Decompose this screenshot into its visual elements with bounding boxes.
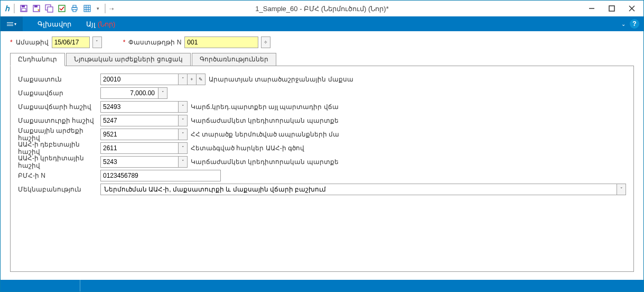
caret-down-icon: ▾: [14, 22, 16, 26]
grid-icon[interactable]: [82, 4, 92, 13]
dropdown-button[interactable]: ˅: [178, 129, 188, 140]
input-comment[interactable]: [100, 184, 617, 195]
label-customs-value-account: Մաքսային արժեքի հաշիվ: [18, 127, 100, 142]
input-vat-credit-account[interactable]: [100, 156, 179, 168]
menu-item-main[interactable]: Գլխավոր: [38, 20, 71, 28]
chevron-down-icon[interactable]: ⌄: [621, 21, 626, 27]
input-customs-value-account[interactable]: [100, 129, 179, 140]
desc-vat-credit-account: Կարճաժամկետ կրեդիտորական պարտքե: [188, 158, 339, 166]
save-close-icon[interactable]: [32, 4, 41, 13]
help-icon[interactable]: ?: [630, 19, 639, 29]
toolbar-overflow-icon[interactable]: ⇢: [109, 4, 114, 13]
input-vat-debit-account[interactable]: [100, 142, 179, 154]
svg-rect-10: [73, 10, 76, 12]
header-row: * Ամսաթիվ ˅ * Փաստաթղթի N ✧: [1, 31, 643, 52]
input-fee-account[interactable]: [100, 101, 179, 113]
add-button[interactable]: +: [187, 74, 197, 85]
save-icon[interactable]: [19, 4, 29, 13]
menubar: ▾ Գլխավոր Այլ (Նոր) ⌄ ?: [1, 16, 643, 31]
dropdown-button[interactable]: ˅: [178, 156, 188, 168]
required-marker: *: [123, 39, 126, 46]
dropdown-button[interactable]: ˅: [178, 115, 188, 126]
input-customs-fee[interactable]: [100, 87, 158, 99]
dropdown-button[interactable]: ˅: [158, 87, 167, 99]
edit-button[interactable]: ✎: [196, 74, 206, 85]
window-title: 1_Sample_60 - ԲՄՀ (Ներմուծում) (Նոր)*: [255, 5, 388, 13]
svg-rect-7: [59, 5, 65, 12]
close-button[interactable]: [622, 1, 641, 16]
docnum-wand-button[interactable]: ✧: [261, 36, 270, 48]
label-comment: Մեկնաբանություն: [18, 186, 100, 193]
print-icon[interactable]: [70, 4, 79, 13]
tab-operations[interactable]: Գործառնություններ: [192, 53, 276, 66]
comment-dropdown-button[interactable]: ˅: [617, 184, 626, 195]
label-customs-fee: Մաքսավճար: [18, 89, 100, 97]
minimize-button[interactable]: [582, 1, 601, 16]
label-bmr-number: ԲՄՀ-ի N: [18, 172, 100, 179]
app-logo-icon: հ: [5, 4, 10, 13]
date-dropdown-button[interactable]: ˅: [92, 36, 102, 48]
titlebar: հ ▾ ⇢ 1_Sample_60 - ԲՄՀ (Նե: [1, 1, 643, 16]
svg-rect-2: [22, 8, 26, 11]
desc-duty-account: Կարճաժամկետ կրեդիտորական պարտքե: [188, 117, 339, 124]
input-duty-account[interactable]: [100, 115, 179, 126]
dropdown-button[interactable]: ˅: [178, 101, 188, 113]
statusbar: [1, 280, 643, 291]
desc-vat-debit-account: Հետաձգված հարկեր ԱԱՀ-ի գծով: [188, 144, 304, 152]
date-input[interactable]: [52, 36, 90, 48]
label-customs-office: Մաքսատուն: [18, 76, 100, 83]
required-marker: *: [10, 39, 13, 46]
maximize-button[interactable]: [602, 1, 621, 16]
svg-rect-4: [34, 5, 38, 7]
save-new-icon[interactable]: [44, 4, 54, 13]
svg-rect-17: [609, 6, 614, 11]
main-menu-button[interactable]: ▾: [1, 16, 23, 31]
date-label: Ամսաթիվ: [16, 39, 49, 46]
tab-body-general: Մաքսատուն ˅ + ✎ Արարատյան տարածաշրջանայի…: [10, 66, 634, 272]
docnum-input[interactable]: [184, 36, 258, 48]
label-fee-account: Մաքսավճարի հաշիվ: [18, 103, 100, 111]
svg-rect-9: [73, 5, 76, 7]
desc-fee-account: Կարճ.կրեդ.պարտքեր այլ պարտադիր վճա: [188, 103, 339, 111]
desc-customs-office: Արարատյան տարածաշրջանային մաքսա: [206, 76, 353, 83]
label-duty-account: Մաքսատուրքի հաշիվ: [18, 117, 100, 124]
tab-items-list[interactable]: Նյութական արժեքների ցուցակ: [66, 53, 191, 66]
label-vat-credit-account: ԱԱՀ-ի կրեդիտային հաշիվ: [18, 154, 100, 169]
svg-rect-11: [84, 5, 90, 12]
svg-rect-1: [22, 5, 25, 7]
tab-general[interactable]: Ընդհանուր: [10, 53, 65, 66]
label-vat-debit-account: ԱԱՀ-ի դեբետային հաշիվ: [18, 141, 100, 156]
input-customs-office[interactable]: [100, 74, 179, 85]
toolbar-dropdown-icon[interactable]: ▾: [95, 4, 100, 13]
svg-rect-6: [48, 7, 53, 12]
input-bmr-number[interactable]: [100, 170, 221, 181]
register-icon[interactable]: [57, 4, 67, 13]
tab-headers: Ընդհանուր Նյութական արժեքների ցուցակ Գոր…: [10, 52, 634, 66]
dropdown-button[interactable]: ˅: [178, 74, 188, 85]
menu-item-other[interactable]: Այլ (Նոր): [86, 20, 115, 28]
docnum-label: Փաստաթղթի N: [128, 39, 181, 46]
dropdown-button[interactable]: ˅: [178, 142, 188, 154]
desc-customs-value-account: ՀՀ տարածք ներմուծված ապրանքների մա: [188, 131, 339, 138]
